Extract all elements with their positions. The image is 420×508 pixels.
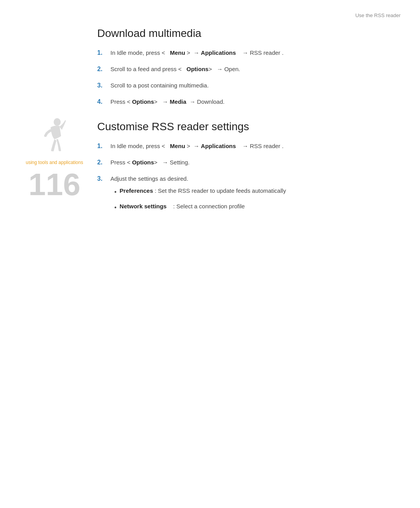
step-text: In Idle mode, press < Menu > → Applicati…: [110, 48, 393, 57]
section1-step4: 4. Press < Options> → Media → Download.: [97, 97, 393, 106]
bullet-preferences: • Preferences : Set the RSS reader to up…: [114, 186, 393, 197]
menu-key: Menu: [170, 143, 185, 149]
svg-point-0: [54, 118, 61, 126]
bullet-network: • Network settings : Select a connection…: [114, 202, 393, 213]
media-key: Media: [170, 98, 187, 105]
section1-steps: 1. In Idle mode, press < Menu > → Applic…: [97, 48, 393, 106]
network-term: Network settings: [120, 203, 167, 209]
page-header-label: Use the RSS reader: [355, 12, 401, 18]
step-text: Scroll to a feed and press < Options> → …: [110, 65, 393, 73]
menu-key: Menu: [170, 49, 185, 56]
sidebar: using tools and applications 116: [23, 117, 86, 200]
page-number: 116: [28, 169, 80, 200]
section2-step1: 1. In Idle mode, press < Menu > → Applic…: [97, 141, 393, 151]
section1-title: Download multimedia: [97, 27, 393, 40]
sidebar-figure: [37, 117, 72, 159]
step-number: 4.: [97, 97, 108, 106]
step-number: 3.: [97, 81, 108, 90]
section1-step1: 1. In Idle mode, press < Menu > → Applic…: [97, 48, 393, 58]
section1-step2: 2. Scroll to a feed and press < Options>…: [97, 65, 393, 74]
section2-step2: 2. Press < Options> → Setting.: [97, 158, 393, 167]
step-number: 2.: [97, 158, 108, 167]
section1-step3: 3. Scroll to a post containing multimedi…: [97, 81, 393, 90]
main-content: Download multimedia 1. In Idle mode, pre…: [97, 0, 393, 217]
applications-key: Applications: [201, 49, 236, 56]
applications-key: Applications: [201, 143, 236, 149]
section-customise: Customise RSS reader settings 1. In Idle…: [97, 120, 393, 217]
options-key: Options: [132, 159, 154, 166]
options-key: Options: [187, 66, 209, 72]
options-key: Options: [132, 98, 154, 105]
bullet-text: Preferences : Set the RSS reader to upda…: [120, 186, 286, 195]
step-number: 1.: [97, 141, 108, 151]
step-number: 1.: [97, 48, 108, 58]
preferences-term: Preferences: [120, 187, 153, 194]
step-text: Press < Options> → Media → Download.: [110, 97, 393, 106]
page-header: Use the RSS reader: [355, 12, 401, 18]
bullet-dot: •: [114, 187, 117, 197]
section2-steps: 1. In Idle mode, press < Menu > → Applic…: [97, 141, 393, 217]
step-text: Press < Options> → Setting.: [110, 158, 393, 167]
bullet-dot: •: [114, 203, 117, 213]
bullet-text: Network settings : Select a connection p…: [120, 202, 245, 211]
step-text: In Idle mode, press < Menu > → Applicati…: [110, 141, 393, 150]
step-number: 3.: [97, 174, 108, 183]
section-download: Download multimedia 1. In Idle mode, pre…: [97, 27, 393, 106]
bullet-list: • Preferences : Set the RSS reader to up…: [114, 186, 393, 213]
section2-title: Customise RSS reader settings: [97, 120, 393, 133]
step-text: Adjust the settings as desired. • Prefer…: [110, 174, 393, 217]
section2-step3: 3. Adjust the settings as desired. • Pre…: [97, 174, 393, 217]
step-text: Scroll to a post containing multimedia.: [110, 81, 393, 90]
step-number: 2.: [97, 65, 108, 74]
sidebar-label: using tools and applications: [26, 159, 83, 166]
